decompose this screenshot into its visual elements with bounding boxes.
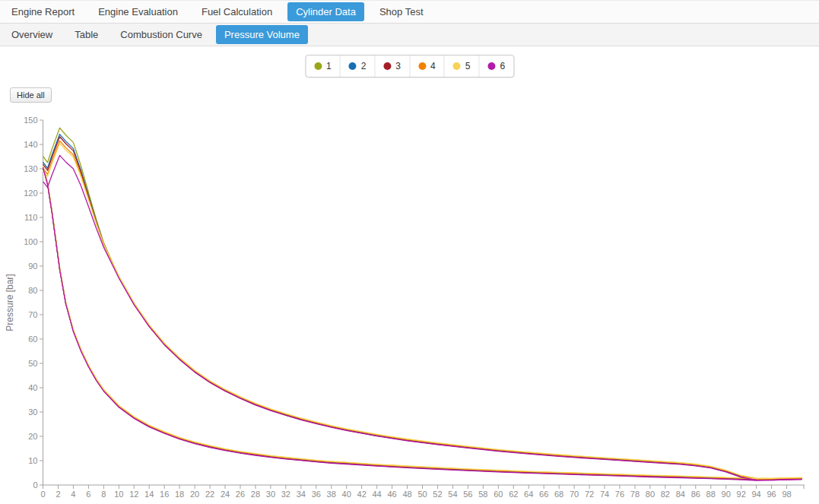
x-tick-label: 2 [56,490,60,499]
y-tick-label: 100 [24,237,37,246]
x-tick-label: 20 [190,490,199,499]
x-tick-label: 34 [297,490,306,499]
x-tick-label: 74 [600,490,609,499]
tab-engine-evaluation[interactable]: Engine Evaluation [90,2,186,21]
x-tick-label: 80 [646,490,655,499]
pv-curve-cylinder-1-expansion[interactable] [43,128,802,479]
legend-dot-icon [418,62,426,70]
x-tick-label: 6 [86,490,90,499]
hide-all-button[interactable]: Hide all [10,87,52,103]
y-tick-label: 40 [28,383,37,392]
x-tick-label: 18 [175,490,184,499]
x-tick-label: 40 [342,490,351,499]
x-tick-label: 0 [40,490,45,499]
x-tick-label: 28 [251,490,260,499]
legend-label: 3 [395,61,401,71]
y-tick-label: 120 [24,189,37,198]
x-tick-label: 14 [144,490,154,499]
pv-curve-cylinder-6-expansion[interactable] [43,155,802,480]
legend-dot-icon [349,62,357,70]
y-tick-label: 80 [28,286,37,295]
tab-shop-test[interactable]: Shop Test [371,2,432,21]
y-tick-label: 20 [28,432,37,441]
y-tick-label: 70 [28,310,37,319]
x-tick-label: 76 [615,490,624,499]
x-tick-label: 56 [463,490,472,499]
x-tick-label: 38 [327,490,336,499]
pv-chart-canvas: 0102030405060708090100110120130140150024… [0,114,819,504]
pv-curve-cylinder-1-compression[interactable] [43,166,802,480]
x-tick-label: 12 [129,490,138,499]
legend-dot-icon [314,62,322,70]
x-tick-label: 72 [585,490,594,499]
x-tick-label: 10 [114,490,123,499]
pv-curve-cylinder-6-compression[interactable] [43,167,802,480]
x-tick-label: 86 [691,490,700,499]
sub-tab-bar: OverviewTableCombustion CurvePressure Vo… [0,24,819,46]
tab-fuel-calculation[interactable]: Fuel Calculation [193,2,281,21]
y-tick-label: 110 [24,213,38,222]
y-tick-label: 0 [33,480,37,490]
x-tick-label: 30 [266,490,275,499]
pressure-volume-chart: 0102030405060708090100110120130140150024… [0,114,819,504]
x-tick-label: 22 [205,490,214,499]
pv-curve-cylinder-4-compression[interactable] [43,166,802,479]
pv-curve-cylinder-3-compression[interactable] [43,167,802,480]
x-tick-label: 48 [402,490,411,499]
subtab-table[interactable]: Table [66,25,106,44]
x-tick-label: 16 [160,490,169,499]
legend-item-cylinder-2[interactable]: 2 [341,55,376,77]
x-tick-label: 96 [767,490,776,499]
main-tab-bar: Engine ReportEngine EvaluationFuel Calcu… [0,0,819,24]
y-tick-label: 50 [28,359,37,368]
x-tick-label: 64 [524,490,533,499]
x-tick-label: 94 [751,490,760,499]
y-tick-label: 30 [28,407,37,417]
subtab-pressure-volume[interactable]: Pressure Volume [216,25,308,44]
legend-label: 6 [500,61,505,71]
tab-engine-report[interactable]: Engine Report [3,2,83,21]
legend-item-cylinder-4[interactable]: 4 [410,55,445,77]
x-tick-label: 98 [782,490,791,499]
x-tick-label: 78 [630,490,640,499]
legend-label: 5 [465,61,471,71]
y-tick-label: 90 [28,262,37,271]
x-tick-label: 32 [281,490,290,499]
x-tick-label: 42 [357,490,367,499]
pv-curve-cylinder-2-compression[interactable] [43,166,802,480]
legend-dot-icon [383,62,391,70]
x-tick-label: 54 [448,490,457,499]
subtab-overview[interactable]: Overview [3,25,61,44]
legend-label: 1 [326,61,332,71]
x-tick-label: 44 [372,490,381,499]
y-tick-label: 130 [24,164,37,173]
cylinder-legend: 123456 [305,55,514,78]
x-tick-label: 50 [417,490,427,499]
x-tick-label: 8 [101,490,106,499]
x-tick-label: 68 [554,490,563,499]
y-tick-label: 60 [28,334,37,344]
legend-item-cylinder-5[interactable]: 5 [445,55,480,77]
x-tick-label: 62 [509,490,518,499]
pv-curve-cylinder-5-compression[interactable] [43,166,802,479]
subtab-combustion-curve[interactable]: Combustion Curve [112,25,211,44]
x-tick-label: 60 [494,490,503,499]
x-tick-label: 84 [676,490,685,499]
pv-curve-cylinder-2-expansion[interactable] [43,135,802,480]
tab-cylinder-data[interactable]: Cylinder Data [287,2,364,21]
x-tick-label: 36 [312,490,321,499]
legend-dot-icon [453,62,461,70]
x-tick-label: 82 [661,490,670,499]
legend-item-cylinder-1[interactable]: 1 [306,55,341,77]
y-axis-title: Pressure [bar] [5,274,15,331]
x-tick-label: 24 [221,490,230,499]
y-tick-label: 140 [24,140,37,149]
legend-item-cylinder-3[interactable]: 3 [375,55,410,77]
x-tick-label: 26 [236,490,245,499]
x-tick-label: 58 [478,490,487,499]
x-tick-label: 88 [706,490,716,499]
x-tick-label: 66 [539,490,548,499]
legend-item-cylinder-6[interactable]: 6 [479,55,513,77]
x-tick-label: 92 [737,490,746,499]
y-tick-label: 150 [24,116,37,125]
